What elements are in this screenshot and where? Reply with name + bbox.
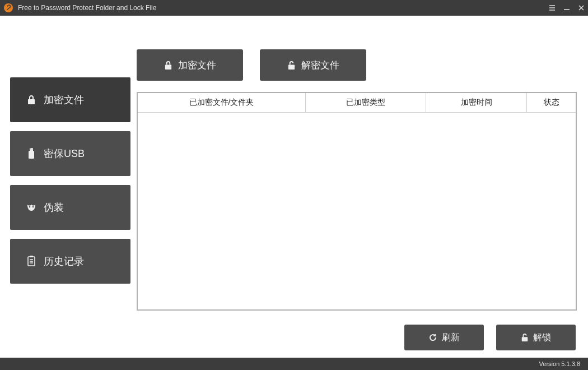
table-header-file[interactable]: 已加密文件/文件夹 [138, 93, 306, 112]
sidebar: 加密文件 密保USB 伪装 [0, 16, 131, 352]
sidebar-item-label: 历史记录 [44, 255, 84, 268]
svg-rect-2 [30, 148, 33, 151]
decrypt-button[interactable]: 解密文件 [260, 49, 366, 81]
svg-rect-9 [30, 256, 33, 257]
top-toolbar: 加密文件 解密文件 [137, 16, 577, 92]
lock-icon [164, 61, 172, 70]
unlock-icon [287, 61, 296, 70]
status-bar: Version 5.1.3.8 [0, 358, 588, 370]
table-header-time[interactable]: 加密时间 [426, 93, 527, 112]
minimize-icon[interactable] [563, 4, 570, 11]
app-icon [3, 3, 13, 13]
svg-point-7 [32, 206, 34, 208]
svg-rect-1 [28, 99, 35, 104]
usb-icon [26, 148, 37, 159]
svg-rect-3 [30, 149, 31, 149]
svg-rect-4 [32, 149, 32, 149]
unlock-icon [521, 333, 529, 342]
main-area: 加密文件 解密文件 已加密文件/文件夹 已加密类型 加密时间 状态 [131, 16, 588, 352]
titlebar: Free to Password Protect Folder and Lock… [0, 0, 588, 16]
sidebar-item-label: 伪装 [44, 201, 64, 214]
table-header-type[interactable]: 已加密类型 [306, 93, 426, 112]
sidebar-item-label: 密保USB [44, 147, 85, 160]
refresh-button-label: 刷新 [442, 332, 460, 344]
version-label: Version 5.1.3.8 [539, 360, 580, 367]
sidebar-item-disguise[interactable]: 伪装 [10, 185, 130, 230]
refresh-button[interactable]: 刷新 [404, 325, 484, 350]
window-controls [549, 4, 585, 11]
close-icon[interactable] [578, 4, 585, 11]
table-header-status[interactable]: 状态 [527, 93, 576, 112]
lock-icon [26, 95, 37, 105]
history-icon [26, 256, 37, 267]
decrypt-button-label: 解密文件 [301, 59, 339, 72]
mask-icon [26, 202, 37, 212]
sidebar-item-history[interactable]: 历史记录 [10, 239, 130, 284]
table-header-row: 已加密文件/文件夹 已加密类型 加密时间 状态 [138, 93, 576, 113]
file-table[interactable]: 已加密文件/文件夹 已加密类型 加密时间 状态 [137, 92, 577, 311]
menu-icon[interactable] [549, 4, 556, 11]
window-title: Free to Password Protect Folder and Lock… [18, 4, 549, 12]
unlock-button-label: 解锁 [533, 332, 551, 344]
svg-rect-11 [288, 64, 294, 69]
encrypt-button-label: 加密文件 [178, 59, 216, 72]
svg-rect-12 [522, 337, 528, 341]
refresh-icon [428, 333, 437, 342]
sidebar-item-label: 加密文件 [44, 93, 84, 107]
svg-rect-5 [29, 151, 34, 159]
bottom-toolbar: 刷新 解锁 [137, 311, 577, 350]
encrypt-button[interactable]: 加密文件 [137, 49, 243, 81]
svg-rect-10 [165, 64, 171, 69]
svg-point-6 [29, 206, 31, 208]
sidebar-item-encrypt[interactable]: 加密文件 [10, 77, 130, 122]
unlock-button[interactable]: 解锁 [496, 325, 576, 350]
sidebar-item-usb[interactable]: 密保USB [10, 131, 130, 176]
